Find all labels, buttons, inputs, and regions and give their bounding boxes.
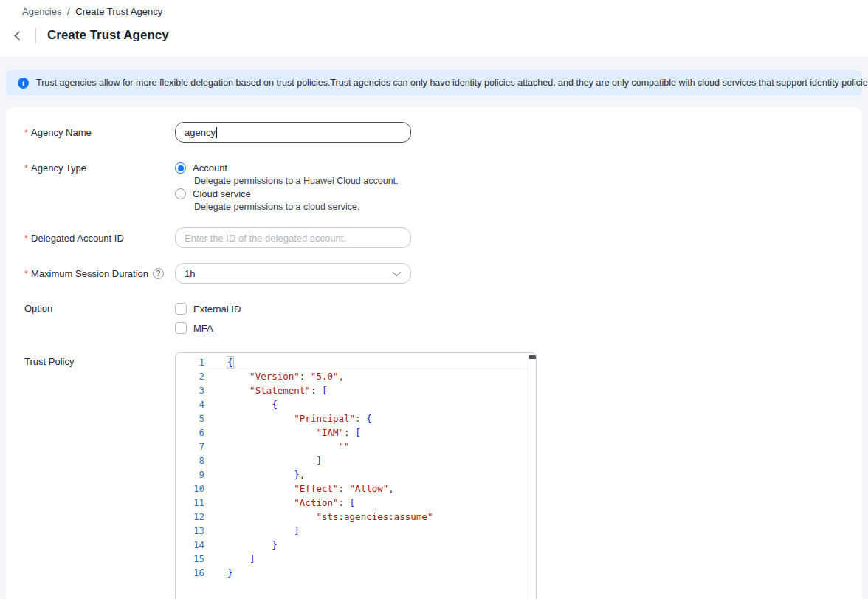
code-line-content: "IAM": [ — [208, 425, 529, 439]
max-session-duration-select[interactable]: 1h — [175, 263, 411, 284]
code-line-number: 16 — [176, 566, 208, 580]
required-asterisk: * — [24, 127, 28, 138]
radio-cloud-service-description: Delegate permissions to a cloud service. — [194, 201, 399, 213]
create-trust-agency-form: * Agency Name agency * Agency Type Accou… — [6, 107, 862, 599]
code-line: 4 { — [176, 397, 529, 411]
trust-policy-label-col: Trust Policy — [6, 352, 175, 599]
code-line-content: ] — [208, 552, 529, 566]
code-line-content: }, — [208, 468, 529, 482]
option-checkbox-group: External ID MFA — [175, 303, 241, 334]
info-icon: i — [18, 78, 29, 89]
code-line-content: } — [208, 538, 529, 552]
delegated-account-id-label-col: * Delegated Account ID — [6, 227, 175, 248]
agency-type-label: Agency Type — [31, 162, 86, 174]
chevron-down-icon — [393, 268, 401, 276]
delegated-account-id-label: Delegated Account ID — [31, 233, 124, 244]
agency-name-label-col: * Agency Name — [6, 122, 175, 143]
radio-option-cloud-service[interactable]: Cloud service — [175, 188, 399, 200]
agency-name-label: Agency Name — [31, 127, 92, 138]
code-line-content: "Principal": { — [208, 411, 529, 425]
info-banner: i Trust agencies allow for more flexible… — [6, 70, 862, 95]
code-line-number: 5 — [176, 411, 208, 425]
code-line-content: "Effect": "Allow", — [208, 482, 529, 496]
back-button[interactable] — [9, 27, 27, 44]
breadcrumb: Agencies / Create Trust Agency — [0, 0, 868, 17]
code-line-content: { — [208, 397, 529, 411]
code-line-content: "" — [208, 439, 529, 453]
code-line-number: 14 — [176, 538, 208, 552]
code-line-number: 9 — [176, 468, 208, 482]
info-banner-text: Trust agencies allow for more flexible d… — [36, 78, 868, 88]
delegated-account-id-input[interactable] — [175, 227, 411, 248]
checkbox-unchecked-icon — [175, 322, 187, 334]
radio-unselected-icon — [175, 188, 186, 199]
code-line-content: "Version": "5.0", — [208, 369, 529, 383]
code-line: 10 "Effect": "Allow", — [176, 482, 529, 496]
code-line: 12 "sts:agencies:assume" — [176, 510, 529, 524]
code-line: 2 "Version": "5.0", — [176, 369, 529, 383]
code-line: 6 "IAM": [ — [176, 425, 529, 439]
code-line-number: 10 — [176, 482, 208, 496]
trust-policy-editor-lines: 1{2 "Version": "5.0",3 "Statement": [4 {… — [176, 355, 529, 580]
agency-type-label-col: * Agency Type — [6, 162, 175, 213]
code-line: 13 ] — [176, 524, 529, 538]
code-line-content: ] — [208, 453, 529, 468]
max-session-duration-label-col: * Maximum Session Duration ? — [6, 263, 175, 284]
code-line-number: 7 — [176, 439, 208, 453]
code-line-number: 4 — [176, 397, 208, 411]
editor-scrollbar[interactable] — [528, 354, 536, 599]
code-line-number: 3 — [176, 383, 208, 397]
chevron-left-icon — [14, 31, 24, 41]
checkbox-external-id[interactable]: External ID — [175, 303, 241, 315]
trust-policy-row: Trust Policy 1{2 "Version": "5.0",3 "Sta… — [6, 352, 862, 599]
agency-name-value: agency — [185, 127, 216, 138]
title-row: Create Trust Agency — [9, 27, 868, 44]
code-line-number: 12 — [176, 510, 208, 524]
page-title: Create Trust Agency — [47, 28, 169, 43]
option-label: Option — [24, 303, 52, 314]
code-line: 15 ] — [176, 552, 529, 566]
code-line: 8 ] — [176, 453, 529, 468]
checkbox-unchecked-icon — [175, 303, 187, 315]
title-divider — [35, 28, 36, 43]
code-line-content: "Action": [ — [208, 496, 529, 510]
trust-policy-label: Trust Policy — [24, 356, 74, 367]
required-asterisk: * — [24, 268, 28, 279]
code-line: 3 "Statement": [ — [176, 383, 529, 397]
code-line: 9 }, — [176, 468, 529, 482]
radio-cloud-service-label: Cloud service — [193, 188, 251, 199]
agency-name-row: * Agency Name agency — [6, 122, 862, 143]
delegated-account-id-row: * Delegated Account ID — [6, 227, 862, 248]
breadcrumb-link-agencies[interactable]: Agencies — [22, 6, 61, 17]
code-line-number: 2 — [176, 369, 208, 383]
text-cursor — [216, 127, 217, 138]
breadcrumb-separator: / — [67, 6, 70, 17]
code-line-content: } — [208, 566, 529, 580]
code-line-content: "Statement": [ — [208, 383, 529, 397]
radio-account-description: Delegate permissions to a Huawei Cloud a… — [194, 175, 399, 187]
code-line: 1{ — [176, 355, 529, 369]
code-line-number: 1 — [176, 355, 208, 369]
agency-name-input[interactable]: agency — [175, 122, 411, 143]
editor-scrollbar-thumb[interactable] — [529, 355, 536, 359]
required-asterisk: * — [24, 233, 28, 244]
checkbox-external-id-label: External ID — [193, 304, 241, 315]
radio-account-label: Account — [193, 162, 227, 174]
code-line-content: "sts:agencies:assume" — [208, 510, 529, 524]
trust-policy-editor[interactable]: 1{2 "Version": "5.0",3 "Statement": [4 {… — [175, 352, 537, 599]
max-session-duration-value: 1h — [185, 268, 195, 279]
code-line-content: ] — [208, 524, 529, 538]
help-icon[interactable]: ? — [153, 268, 164, 279]
checkbox-mfa[interactable]: MFA — [175, 322, 241, 334]
option-label-col: Option — [6, 303, 175, 334]
max-session-duration-label: Maximum Session Duration — [31, 268, 148, 279]
code-line-number: 6 — [176, 425, 208, 439]
code-line-number: 11 — [176, 496, 208, 510]
option-row: Option External ID MFA — [6, 303, 862, 334]
code-line: 7 "" — [176, 439, 529, 453]
code-line: 16} — [176, 566, 529, 580]
radio-option-account[interactable]: Account — [175, 162, 399, 174]
page-header: Agencies / Create Trust Agency Create Tr… — [0, 0, 868, 58]
code-line-number: 8 — [176, 453, 208, 468]
code-line-number: 13 — [176, 524, 208, 538]
